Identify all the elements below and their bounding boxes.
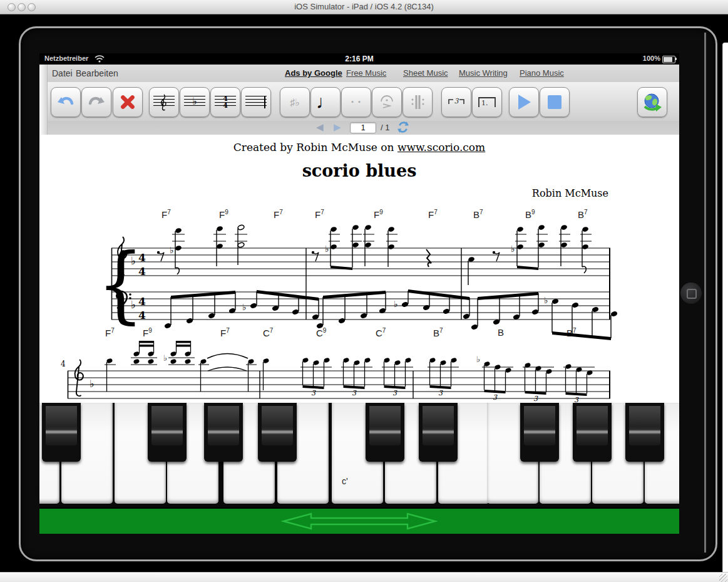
window-scrollbar[interactable]	[722, 43, 728, 572]
treble-measure-2: ♭	[312, 224, 431, 270]
score-title: scorio blues	[39, 161, 679, 180]
scroll-arrows-icon	[281, 512, 438, 531]
piano-black-key[interactable]	[148, 403, 187, 462]
piano-black-key[interactable]	[258, 403, 297, 462]
undo-icon	[57, 96, 74, 108]
piano-black-key[interactable]	[419, 403, 458, 462]
window-titlebar: iOS Simulator - iPad / iOS 4.2 (8C134)	[0, 0, 728, 14]
page-navigation: ◀ ▶ / 1	[39, 121, 679, 135]
publish-button[interactable]	[637, 87, 667, 117]
redo-button[interactable]	[81, 87, 111, 117]
undo-button[interactable]	[51, 87, 81, 117]
system2-measure-5	[263, 358, 270, 390]
resize-grip[interactable]	[719, 574, 727, 582]
music-notation: { ♭ ♭ 44 44 ♭	[39, 204, 679, 403]
svg-text:3: 3	[438, 389, 443, 397]
svg-text:3: 3	[352, 389, 357, 397]
staff-button[interactable]	[241, 87, 271, 117]
score-canvas[interactable]: Created by Robin McMuse on www.scorio.co…	[39, 135, 679, 403]
globe-sync-icon	[642, 92, 662, 112]
svg-text:3: 3	[392, 389, 397, 397]
clef-button[interactable]	[149, 87, 179, 117]
dots-button[interactable]: · ·	[341, 87, 371, 117]
composer-name: Robin McMuse	[532, 187, 608, 199]
treble-clef-icon	[153, 93, 175, 111]
svg-text:1.: 1.	[481, 99, 488, 107]
keyboard-scroll-bar[interactable]	[39, 509, 679, 534]
svg-text:♭: ♭	[544, 295, 548, 305]
delete-x-icon	[120, 94, 136, 110]
bass-measure-3: ♭	[471, 292, 618, 340]
stop-button[interactable]	[540, 87, 570, 117]
link-music-writing[interactable]: Music Writing	[459, 68, 508, 78]
svg-text:3: 3	[574, 396, 579, 403]
dots-icon: · ·	[351, 96, 362, 109]
piano-black-key[interactable]	[366, 403, 404, 462]
articulation-button[interactable]	[372, 87, 402, 117]
home-button[interactable]	[680, 283, 702, 304]
system-brace: {	[97, 236, 144, 332]
time-signature-button[interactable]: 44	[210, 87, 240, 117]
svg-text:♭: ♭	[242, 302, 247, 312]
svg-text:♭: ♭	[163, 353, 167, 363]
triplet-button[interactable]: 3	[441, 87, 471, 117]
credit-line: Created by Robin McMuse on www.scorio.co…	[39, 141, 679, 153]
bass-measure-1: ♭	[164, 290, 319, 329]
svg-text:4: 4	[138, 265, 146, 278]
triplet-groups-low: 333	[482, 361, 595, 403]
svg-text:♭: ♭	[131, 255, 136, 267]
previous-page-button[interactable]: ◀	[316, 122, 324, 132]
link-sheet-music[interactable]: Sheet Music	[403, 68, 448, 78]
sharp-flat-icon: ♯♭	[290, 96, 300, 108]
quarter-note-icon: ♩	[316, 93, 335, 112]
page-number-input[interactable]	[350, 122, 376, 133]
battery-percent: 100%	[643, 55, 660, 62]
link-free-music[interactable]: Free Music	[346, 68, 386, 78]
svg-text:♭: ♭	[511, 244, 515, 254]
play-icon	[516, 94, 531, 110]
svg-text:♭: ♭	[170, 245, 174, 255]
stop-icon	[548, 95, 561, 109]
svg-text:4: 4	[138, 251, 146, 264]
svg-text:♭: ♭	[131, 299, 136, 311]
note-button[interactable]: ♩	[310, 87, 341, 117]
scorio-link[interactable]: www.scorio.com	[397, 141, 485, 153]
time-signature-icon: 44	[215, 93, 236, 113]
key-signature-button[interactable]: ♭	[180, 87, 210, 117]
repeat-button[interactable]	[402, 87, 433, 117]
window-bottom-bar	[0, 572, 728, 582]
piano-black-key[interactable]	[42, 403, 81, 462]
svg-text:♭: ♭	[325, 244, 329, 254]
battery-icon	[662, 56, 675, 63]
menu-datei[interactable]: Datei	[52, 68, 73, 78]
key-label-c1: c'	[342, 476, 348, 486]
piano-black-key[interactable]	[204, 403, 243, 462]
svg-text:4: 4	[138, 309, 146, 321]
svg-text:3: 3	[454, 97, 459, 105]
delete-button[interactable]	[113, 87, 143, 117]
volta-button[interactable]: 1.	[472, 87, 502, 117]
menu-bearbeiten[interactable]: Bearbeiten	[76, 68, 118, 78]
window-title: iOS Simulator - iPad / iOS 4.2 (8C134)	[0, 2, 728, 11]
link-ads-by-google[interactable]: Ads by Google	[285, 68, 342, 78]
play-button[interactable]	[509, 87, 539, 117]
menu-bar: DateiBearbeitenAds by GoogleFree MusicSh…	[39, 65, 679, 83]
svg-text:♭: ♭	[476, 355, 480, 364]
svg-text:4: 4	[138, 295, 146, 308]
svg-text:♭: ♭	[394, 299, 398, 309]
piano-black-key[interactable]	[625, 403, 664, 462]
accidental-button[interactable]: ♯♭	[280, 87, 310, 117]
page-total-label: / 1	[381, 123, 389, 132]
flat-icon: ♭	[184, 93, 205, 111]
left-edge-strip	[39, 65, 48, 135]
next-page-button[interactable]: ▶	[334, 122, 341, 132]
bass-measure-2: ♭	[316, 289, 470, 329]
piano-black-key[interactable]	[573, 403, 612, 462]
link-piano-music[interactable]: Piano Music	[520, 68, 564, 78]
piano-black-key[interactable]	[520, 403, 559, 462]
refresh-icon[interactable]	[397, 122, 409, 133]
svg-text:3: 3	[533, 395, 538, 403]
clock: 2:16 PM	[39, 55, 679, 63]
triplet-groups-mid: 3333	[300, 357, 459, 397]
svg-text:3: 3	[311, 389, 316, 397]
